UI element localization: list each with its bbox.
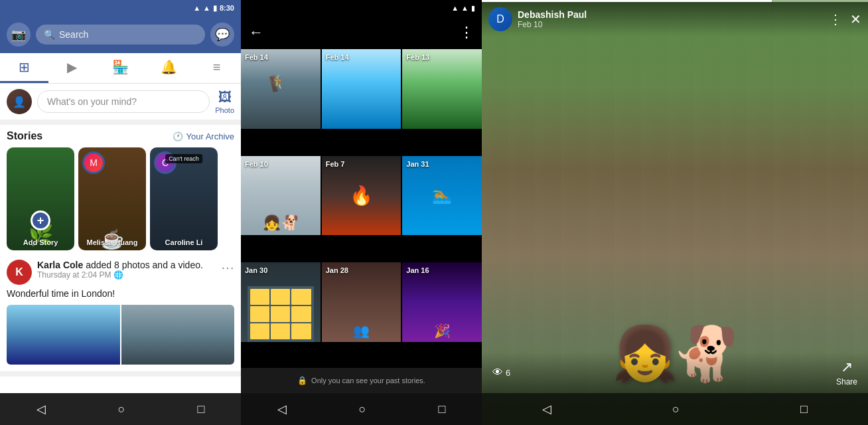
archive-date-8: Jan 28 [326, 266, 348, 274]
archive-status-bar: ▲ ▲ ▮ [241, 0, 482, 16]
viewer-story-date: Feb 10 [518, 20, 587, 29]
archive-cell-7[interactable]: Jan 30 [241, 262, 321, 342]
android-nav-bar: ◁ ○ □ [0, 393, 241, 425]
viewer-back-nav[interactable]: ◁ [542, 402, 551, 416]
add-story-card[interactable]: 🌿 + Add Story [7, 147, 74, 250]
nav-menu[interactable]: ≡ [192, 53, 241, 83]
post-image-2 [121, 305, 235, 365]
archive-recent-nav[interactable]: □ [439, 402, 446, 416]
archive-back-nav[interactable]: ◁ [277, 402, 287, 416]
concert-icon: 🎉 [434, 323, 451, 339]
panel-archive: ▲ ▲ ▮ ← ⋮ 🧗 Feb 14 Feb 14 Feb 13 👧 [241, 0, 482, 425]
poster-avatar: K [7, 260, 32, 285]
archive-cell-3[interactable]: Feb 13 [402, 49, 482, 129]
archive-date-5: Feb 7 [326, 160, 345, 168]
post-action: added 8 photos and a video. [86, 260, 203, 270]
archive-cell-5[interactable]: 🔥 Feb 7 [322, 156, 401, 236]
story-caroline[interactable]: C Can't reach Caroline Li [150, 147, 218, 250]
archive-wifi-icon: ▲ [451, 4, 459, 12]
add-story-plus: + [31, 211, 50, 230]
archive-home-nav[interactable]: ○ [359, 402, 366, 416]
viewer-more-button[interactable]: ⋮ [829, 11, 842, 27]
viewer-android-bar: ◁ ○ □ [482, 393, 868, 425]
back-button[interactable]: ◁ [36, 402, 46, 416]
store-icon: 🏪 [112, 59, 129, 75]
share-icon: ↗ [841, 359, 853, 376]
photo-label: Photo [215, 106, 234, 114]
archive-footer-text: Only you can see your past stories. [311, 377, 425, 384]
post-bar: 👤 What's on your mind? 🖼 Photo [0, 84, 241, 125]
viewer-user-details: Debashish Paul Feb 10 [518, 9, 587, 29]
recent-button[interactable]: □ [198, 402, 205, 416]
whats-on-mind-text: What's on your mind? [47, 96, 137, 107]
viewer-views: 👁 6 [492, 367, 510, 379]
camera-button[interactable]: 📷 [7, 23, 31, 46]
post-text: Wonderful time in London! [7, 288, 234, 301]
crowd-icon: 👥 [353, 323, 370, 339]
eye-icon: 👁 [492, 367, 503, 379]
status-bar-icons: ▲ ▲ ▮ 8:30 [193, 4, 234, 13]
archive-date-3: Feb 13 [406, 53, 429, 61]
share-label: Share [836, 377, 857, 386]
archive-cell-2[interactable]: Feb 14 [322, 49, 401, 129]
feed-post: K Karla Cole added 8 photos and a video.… [0, 253, 241, 377]
story-melissa[interactable]: ☕ M Melissa Huang [78, 147, 146, 250]
post-more-button[interactable]: ⋯ [221, 260, 234, 276]
fire-performer-icon: 🔥 [350, 185, 373, 207]
time-display: 8:30 [220, 4, 234, 12]
nav-home[interactable]: ⊞ [0, 53, 48, 83]
archive-cell-4[interactable]: 👧 🐕 Feb 10 [241, 156, 321, 236]
camera-icon: 📷 [11, 27, 26, 42]
stories-section: Stories 🕐 Your Archive 🌿 + Add Story ☕ M [0, 125, 241, 253]
archive-clock-icon: 🕐 [173, 131, 183, 141]
nav-watch[interactable]: ▶ [48, 53, 97, 83]
archive-button[interactable]: 🕐 Your Archive [173, 131, 234, 141]
wifi-icon: ▲ [193, 4, 200, 12]
swimmer-icon: 🏊 [432, 186, 452, 205]
archive-back-button[interactable]: ← [249, 24, 263, 41]
messenger-button[interactable]: 💬 [210, 23, 234, 46]
archive-cell-6[interactable]: 🏊 Jan 31 [402, 156, 482, 236]
viewer-home-nav[interactable]: ○ [672, 402, 680, 416]
search-icon: 🔍 [44, 29, 55, 40]
fb-nav: ⊞ ▶ 🏪 🔔 ≡ [0, 53, 241, 84]
share-button[interactable]: ↗ Share [836, 359, 857, 386]
archive-cell-8[interactable]: 👥 Jan 28 [322, 262, 401, 342]
photo-button[interactable]: 🖼 Photo [215, 90, 234, 114]
play-icon: ▶ [67, 59, 77, 75]
add-story-label: Add Story [7, 238, 74, 246]
viewer-footer: 👁 6 ↗ Share [482, 352, 868, 393]
nav-marketplace[interactable]: 🏪 [96, 53, 145, 83]
panel-feed: ▲ ▲ ▮ 8:30 📷 🔍 Search 💬 ⊞ ▶ 🏪 🔔 [0, 0, 241, 425]
whats-on-mind-input[interactable]: What's on your mind? [37, 90, 210, 113]
post-images [7, 305, 234, 365]
post-image-1 [7, 305, 120, 365]
stories-title: Stories [7, 130, 42, 142]
archive-date-2: Feb 14 [326, 53, 349, 61]
home-icon: ⊞ [19, 59, 30, 75]
archive-android-bar: ◁ ○ □ [241, 393, 482, 425]
search-bar[interactable]: 🔍 Search [36, 25, 205, 44]
archive-more-button[interactable]: ⋮ [459, 24, 474, 41]
post-meta: Thursday at 2:04 PM 🌐 [37, 270, 216, 280]
dog-figure-icon: 🐕 [281, 214, 299, 232]
viewer-avatar: D [488, 7, 512, 31]
cant-reach-badge: Can't reach [165, 154, 202, 163]
archive-date-6: Jan 31 [406, 160, 429, 168]
search-label: Search [59, 29, 88, 40]
archive-header: ← ⋮ [241, 16, 482, 49]
archive-cell-9[interactable]: 🎉 Jan 16 [402, 262, 482, 342]
archive-date-4: Feb 10 [245, 160, 268, 168]
story-label-melissa: Melissa Huang [78, 238, 146, 246]
viewer-header: D Debashish Paul Feb 10 ⋮ ✕ [482, 2, 868, 37]
nav-notifications[interactable]: 🔔 [145, 53, 193, 83]
viewer-recent-nav[interactable]: □ [800, 402, 808, 416]
archive-cell-1[interactable]: 🧗 Feb 14 [241, 49, 321, 129]
viewer-close-button[interactable]: ✕ [850, 11, 861, 27]
archive-date-9: Jan 16 [406, 266, 429, 274]
poster-name: Karla Cole added 8 photos and a video. [37, 260, 216, 270]
signal-icon: ▲ [203, 4, 210, 12]
bell-icon: 🔔 [161, 59, 177, 75]
post-info: Karla Cole added 8 photos and a video. T… [37, 260, 216, 280]
home-button[interactable]: ○ [118, 402, 125, 416]
